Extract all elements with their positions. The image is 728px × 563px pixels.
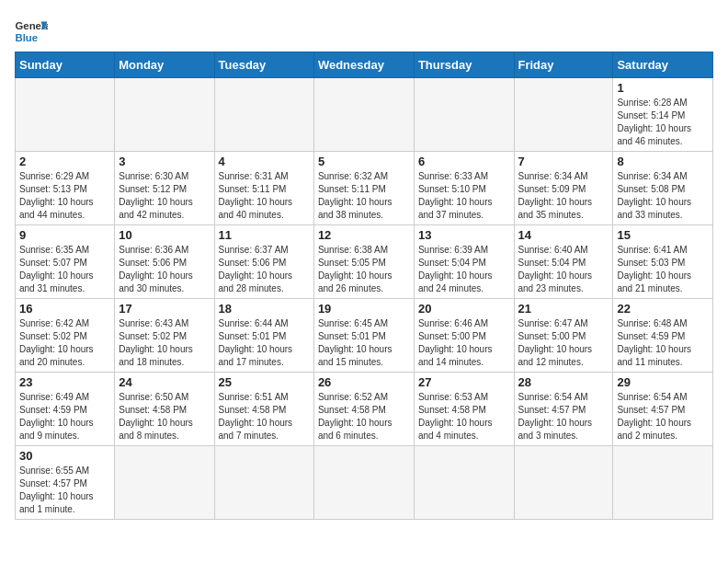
calendar-cell: 3Sunrise: 6:30 AM Sunset: 5:12 PM Daylig…	[115, 152, 214, 225]
day-info: Sunrise: 6:42 AM Sunset: 5:02 PM Dayligh…	[19, 317, 110, 369]
calendar-cell	[115, 446, 214, 520]
calendar-table: SundayMondayTuesdayWednesdayThursdayFrid…	[15, 52, 713, 520]
day-info: Sunrise: 6:40 AM Sunset: 5:04 PM Dayligh…	[518, 244, 609, 295]
day-number: 25	[219, 375, 310, 389]
calendar-cell: 23Sunrise: 6:49 AM Sunset: 4:59 PM Dayli…	[16, 373, 115, 446]
day-number: 5	[318, 155, 410, 168]
calendar-cell: 17Sunrise: 6:43 AM Sunset: 5:02 PM Dayli…	[115, 299, 214, 373]
calendar-cell	[514, 446, 613, 520]
calendar-week-row: 23Sunrise: 6:49 AM Sunset: 4:59 PM Dayli…	[16, 373, 713, 446]
calendar-cell: 1Sunrise: 6:28 AM Sunset: 5:14 PM Daylig…	[613, 78, 713, 152]
day-number: 6	[418, 155, 510, 168]
logo: General Blue	[15, 18, 48, 44]
calendar-cell: 2Sunrise: 6:29 AM Sunset: 5:13 PM Daylig…	[16, 152, 115, 225]
calendar-cell: 28Sunrise: 6:54 AM Sunset: 4:57 PM Dayli…	[514, 373, 613, 446]
day-number: 20	[418, 302, 510, 316]
day-info: Sunrise: 6:34 AM Sunset: 5:09 PM Dayligh…	[518, 170, 609, 222]
day-info: Sunrise: 6:36 AM Sunset: 5:06 PM Dayligh…	[119, 244, 210, 295]
weekday-header-tuesday: Tuesday	[214, 52, 313, 78]
day-info: Sunrise: 6:48 AM Sunset: 4:59 PM Dayligh…	[617, 317, 709, 369]
day-number: 7	[518, 155, 609, 168]
day-number: 16	[19, 302, 110, 316]
day-info: Sunrise: 6:51 AM Sunset: 4:58 PM Dayligh…	[219, 391, 310, 442]
calendar-cell: 22Sunrise: 6:48 AM Sunset: 4:59 PM Dayli…	[613, 299, 713, 373]
day-number: 15	[617, 228, 709, 242]
calendar-week-row: 2Sunrise: 6:29 AM Sunset: 5:13 PM Daylig…	[16, 152, 713, 225]
day-info: Sunrise: 6:38 AM Sunset: 5:05 PM Dayligh…	[318, 244, 410, 295]
day-number: 4	[219, 155, 310, 168]
day-info: Sunrise: 6:32 AM Sunset: 5:11 PM Dayligh…	[318, 170, 410, 222]
calendar-cell	[115, 78, 214, 152]
day-number: 26	[318, 375, 410, 389]
calendar-cell: 19Sunrise: 6:45 AM Sunset: 5:01 PM Dayli…	[313, 299, 414, 373]
calendar-cell: 12Sunrise: 6:38 AM Sunset: 5:05 PM Dayli…	[313, 225, 414, 299]
day-info: Sunrise: 6:30 AM Sunset: 5:12 PM Dayligh…	[119, 170, 210, 222]
calendar-cell	[214, 78, 313, 152]
day-number: 10	[119, 228, 210, 242]
day-info: Sunrise: 6:33 AM Sunset: 5:10 PM Dayligh…	[418, 170, 510, 222]
day-number: 8	[617, 155, 709, 168]
logo-icon: General Blue	[15, 18, 48, 44]
calendar-cell	[214, 446, 313, 520]
calendar-cell: 6Sunrise: 6:33 AM Sunset: 5:10 PM Daylig…	[414, 152, 514, 225]
day-info: Sunrise: 6:52 AM Sunset: 4:58 PM Dayligh…	[318, 391, 410, 442]
svg-text:Blue: Blue	[16, 32, 39, 43]
calendar-cell: 21Sunrise: 6:47 AM Sunset: 5:00 PM Dayli…	[514, 299, 613, 373]
calendar-cell: 16Sunrise: 6:42 AM Sunset: 5:02 PM Dayli…	[16, 299, 115, 373]
day-info: Sunrise: 6:45 AM Sunset: 5:01 PM Dayligh…	[318, 317, 410, 369]
day-number: 17	[119, 302, 210, 316]
day-info: Sunrise: 6:29 AM Sunset: 5:13 PM Dayligh…	[19, 170, 110, 222]
header: General Blue	[15, 15, 713, 44]
calendar-cell: 4Sunrise: 6:31 AM Sunset: 5:11 PM Daylig…	[214, 152, 313, 225]
day-number: 29	[617, 375, 709, 389]
weekday-header-monday: Monday	[115, 52, 214, 78]
calendar-cell: 27Sunrise: 6:53 AM Sunset: 4:58 PM Dayli…	[414, 373, 514, 446]
weekday-header-row: SundayMondayTuesdayWednesdayThursdayFrid…	[16, 52, 713, 78]
calendar-cell: 14Sunrise: 6:40 AM Sunset: 5:04 PM Dayli…	[514, 225, 613, 299]
calendar-cell: 5Sunrise: 6:32 AM Sunset: 5:11 PM Daylig…	[313, 152, 414, 225]
calendar-cell	[313, 446, 414, 520]
day-number: 1	[617, 81, 709, 95]
weekday-header-friday: Friday	[514, 52, 613, 78]
calendar-cell: 25Sunrise: 6:51 AM Sunset: 4:58 PM Dayli…	[214, 373, 313, 446]
day-number: 14	[518, 228, 609, 242]
calendar-week-row: 30Sunrise: 6:55 AM Sunset: 4:57 PM Dayli…	[16, 446, 713, 520]
calendar-cell: 24Sunrise: 6:50 AM Sunset: 4:58 PM Dayli…	[115, 373, 214, 446]
day-number: 27	[418, 375, 510, 389]
weekday-header-thursday: Thursday	[414, 52, 514, 78]
day-info: Sunrise: 6:41 AM Sunset: 5:03 PM Dayligh…	[617, 244, 709, 295]
day-info: Sunrise: 6:53 AM Sunset: 4:58 PM Dayligh…	[418, 391, 510, 442]
day-number: 18	[219, 302, 310, 316]
day-number: 9	[19, 228, 110, 242]
calendar-cell: 8Sunrise: 6:34 AM Sunset: 5:08 PM Daylig…	[613, 152, 713, 225]
day-info: Sunrise: 6:55 AM Sunset: 4:57 PM Dayligh…	[19, 465, 110, 516]
calendar-week-row: 9Sunrise: 6:35 AM Sunset: 5:07 PM Daylig…	[16, 225, 713, 299]
day-number: 12	[318, 228, 410, 242]
day-info: Sunrise: 6:39 AM Sunset: 5:04 PM Dayligh…	[418, 244, 510, 295]
day-number: 19	[318, 302, 410, 316]
weekday-header-saturday: Saturday	[613, 52, 713, 78]
calendar-week-row: 1Sunrise: 6:28 AM Sunset: 5:14 PM Daylig…	[16, 78, 713, 152]
calendar-cell: 11Sunrise: 6:37 AM Sunset: 5:06 PM Dayli…	[214, 225, 313, 299]
day-number: 24	[119, 375, 210, 389]
calendar-cell	[16, 78, 115, 152]
calendar-cell	[613, 446, 713, 520]
calendar-cell: 26Sunrise: 6:52 AM Sunset: 4:58 PM Dayli…	[313, 373, 414, 446]
day-info: Sunrise: 6:28 AM Sunset: 5:14 PM Dayligh…	[617, 97, 709, 148]
day-info: Sunrise: 6:44 AM Sunset: 5:01 PM Dayligh…	[219, 317, 310, 369]
day-info: Sunrise: 6:35 AM Sunset: 5:07 PM Dayligh…	[19, 244, 110, 295]
day-number: 11	[219, 228, 310, 242]
day-number: 30	[19, 449, 110, 463]
day-info: Sunrise: 6:34 AM Sunset: 5:08 PM Dayligh…	[617, 170, 709, 222]
calendar-cell: 29Sunrise: 6:54 AM Sunset: 4:57 PM Dayli…	[613, 373, 713, 446]
weekday-header-sunday: Sunday	[16, 52, 115, 78]
day-info: Sunrise: 6:46 AM Sunset: 5:00 PM Dayligh…	[418, 317, 510, 369]
day-info: Sunrise: 6:37 AM Sunset: 5:06 PM Dayligh…	[219, 244, 310, 295]
calendar-cell: 9Sunrise: 6:35 AM Sunset: 5:07 PM Daylig…	[16, 225, 115, 299]
calendar-cell: 20Sunrise: 6:46 AM Sunset: 5:00 PM Dayli…	[414, 299, 514, 373]
day-number: 13	[418, 228, 510, 242]
calendar-cell: 13Sunrise: 6:39 AM Sunset: 5:04 PM Dayli…	[414, 225, 514, 299]
day-info: Sunrise: 6:50 AM Sunset: 4:58 PM Dayligh…	[119, 391, 210, 442]
day-info: Sunrise: 6:31 AM Sunset: 5:11 PM Dayligh…	[219, 170, 310, 222]
calendar-cell	[414, 446, 514, 520]
